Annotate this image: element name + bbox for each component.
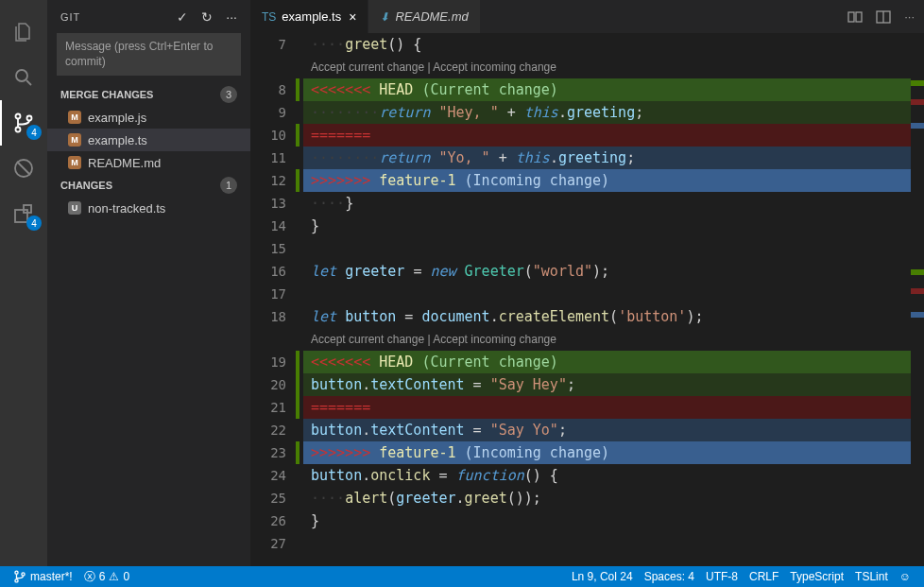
line-number: 26 [250, 509, 286, 532]
file-type-icon: TS [262, 10, 276, 24]
file-status-badge: U [68, 201, 81, 215]
main-area: 4 4 GIT ✓ ↻ ··· Message (press Ctrl+Ente… [0, 0, 924, 566]
section-header[interactable]: MERGE CHANGES3 [47, 83, 250, 106]
code-line[interactable]: button.textContent = "Say Yo"; [303, 419, 924, 441]
line-number: 17 [250, 283, 286, 305]
code-line[interactable]: ····} [303, 192, 924, 215]
status-branch[interactable]: master*! [8, 570, 78, 583]
codelens-accept-current[interactable]: Accept current change [311, 60, 424, 74]
line-number [250, 328, 286, 351]
section-count: 3 [220, 86, 237, 103]
line-number: 14 [250, 215, 286, 237]
code-line[interactable]: >>>>>>> feature-1 (Incoming change) [303, 441, 924, 464]
code-line[interactable]: } [303, 215, 924, 237]
code-line[interactable] [303, 283, 924, 305]
code-line[interactable]: ········return "Hey, " + this.greeting; [303, 101, 924, 124]
svg-point-10 [15, 571, 18, 574]
file-item[interactable]: Mexample.js [47, 106, 250, 129]
line-number: 8 [250, 78, 286, 101]
status-eol[interactable]: CRLF [744, 570, 784, 583]
code-line[interactable]: <<<<<<< HEAD (Current change) [303, 78, 924, 101]
activity-explorer[interactable] [0, 9, 47, 55]
file-name: example.ts [88, 133, 147, 147]
code-line[interactable]: ····greet() { [303, 33, 924, 56]
more-icon[interactable]: ··· [226, 9, 237, 25]
code-line[interactable]: } [303, 509, 924, 532]
file-item[interactable]: Unon-tracked.ts [47, 197, 250, 219]
line-number: 16 [250, 260, 286, 283]
code-line[interactable]: >>>>>>> feature-1 (Incoming change) [303, 169, 924, 192]
code-line[interactable]: ····alert(greeter.greet()); [303, 487, 924, 509]
code-line[interactable]: <<<<<<< HEAD (Current change) [303, 351, 924, 373]
status-lint[interactable]: TSLint [849, 570, 894, 583]
code-line[interactable] [303, 237, 924, 260]
activity-bar: 4 4 [0, 0, 47, 566]
activity-debug[interactable] [0, 146, 47, 191]
codelens-row: Accept current change | Accept incoming … [303, 328, 924, 351]
status-position[interactable]: Ln 9, Col 24 [566, 570, 639, 583]
no-bug-icon [12, 157, 35, 180]
file-status-badge: M [68, 156, 81, 169]
status-feedback-icon[interactable]: ☺ [894, 570, 916, 583]
section-count: 1 [220, 177, 237, 194]
commit-message-input[interactable]: Message (press Ctrl+Enter to commit) [57, 33, 241, 76]
section-header[interactable]: CHANGES1 [47, 174, 250, 197]
codelens-accept-current[interactable]: Accept current change [311, 333, 424, 346]
file-status-badge: M [68, 111, 81, 124]
refresh-icon[interactable]: ↻ [201, 9, 213, 25]
line-number [250, 56, 286, 78]
tab-actions: ··· [847, 9, 924, 25]
activity-scm[interactable]: 4 [0, 100, 47, 146]
line-number: 23 [250, 441, 286, 464]
code-line[interactable]: ········return "Yo, " + this.greeting; [303, 147, 924, 169]
file-item[interactable]: MREADME.md [47, 151, 250, 174]
status-problems[interactable]: ⓧ6 ⚠0 [78, 569, 135, 585]
svg-rect-5 [15, 210, 27, 222]
status-language[interactable]: TypeScript [784, 570, 849, 583]
line-number: 21 [250, 396, 286, 419]
code-line[interactable]: ======= [303, 396, 924, 419]
activity-search[interactable] [0, 55, 47, 100]
code-area[interactable]: 789101112131415161718192021222324252627 … [250, 33, 924, 566]
svg-point-0 [16, 70, 27, 81]
section-label: MERGE CHANGES [60, 89, 153, 100]
tab-label: example.ts [282, 9, 341, 24]
code-line[interactable]: button.onclick = function() { [303, 464, 924, 487]
code-content[interactable]: ····greet() {Accept current change | Acc… [303, 33, 924, 566]
file-name: example.js [88, 111, 146, 125]
codelens-row: Accept current change | Accept incoming … [303, 56, 924, 78]
editor-more-icon[interactable]: ··· [904, 9, 915, 25]
compare-changes-icon[interactable] [847, 9, 863, 25]
code-line[interactable] [303, 532, 924, 555]
line-number: 13 [250, 192, 286, 215]
commit-icon[interactable]: ✓ [177, 9, 188, 25]
line-number: 18 [250, 305, 286, 328]
split-editor-icon[interactable] [876, 9, 891, 25]
close-icon[interactable]: × [349, 9, 356, 25]
line-number: 7 [250, 33, 286, 56]
status-spaces[interactable]: Spaces: 4 [639, 570, 700, 583]
status-encoding[interactable]: UTF-8 [700, 570, 744, 583]
code-line[interactable]: let button = document.createElement('but… [303, 305, 924, 328]
error-icon: ⓧ [84, 569, 95, 585]
codelens-accept-incoming[interactable]: Accept incoming change [433, 333, 556, 346]
code-line[interactable]: button.textContent = "Say Hey"; [303, 373, 924, 396]
warning-icon: ⚠ [109, 570, 119, 583]
code-line[interactable]: ======= [303, 124, 924, 147]
code-line[interactable]: let greeter = new Greeter("world"); [303, 260, 924, 283]
extensions-badge: 4 [26, 216, 42, 231]
editor-tab[interactable]: TSexample.ts× [250, 0, 368, 33]
editor-tab[interactable]: ⬇README.md [368, 0, 480, 33]
codelens-accept-incoming[interactable]: Accept incoming change [433, 60, 556, 74]
line-number: 22 [250, 419, 286, 441]
overview-ruler[interactable] [911, 33, 924, 566]
line-number: 19 [250, 351, 286, 373]
tab-label: README.md [395, 9, 468, 24]
activity-extensions[interactable]: 4 [0, 191, 47, 236]
file-name: non-tracked.ts [88, 201, 165, 216]
svg-rect-7 [848, 12, 854, 22]
file-type-icon: ⬇ [380, 10, 389, 24]
file-item[interactable]: Mexample.ts [47, 129, 250, 151]
line-number: 11 [250, 147, 286, 169]
scm-sidebar: GIT ✓ ↻ ··· Message (press Ctrl+Enter to… [47, 0, 250, 566]
